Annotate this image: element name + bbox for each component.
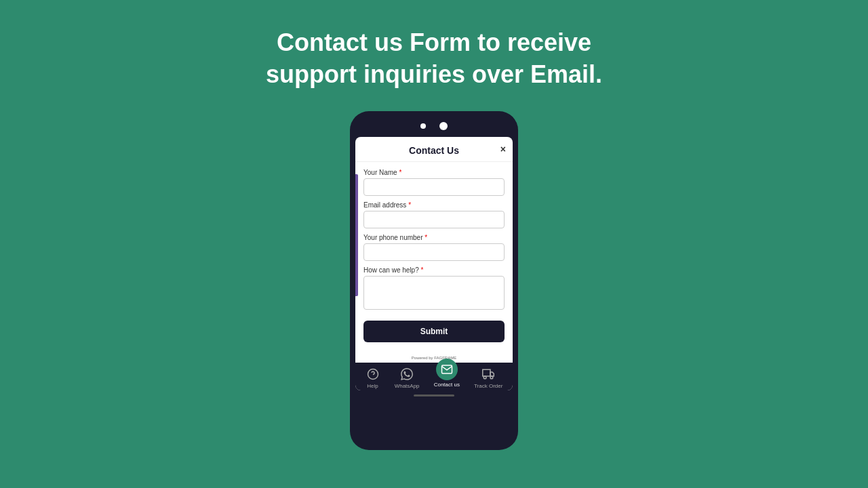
svg-rect-2	[483, 369, 490, 376]
help-icon	[366, 367, 380, 382]
message-textarea[interactable]	[363, 276, 505, 310]
nav-whatsapp[interactable]: WhatsApp	[395, 367, 420, 389]
modal-header: Contact Us ×	[355, 137, 513, 162]
phone-mockup: Contact Us × Your Name * Email address *	[350, 111, 518, 450]
powered-by: Powered by FAGFRAME	[355, 354, 513, 363]
message-field-group: How can we help? *	[363, 266, 505, 312]
phone-label: Your phone number *	[363, 234, 505, 241]
phone-outer: Contact Us × Your Name * Email address *	[350, 111, 518, 450]
name-input[interactable]	[363, 178, 505, 196]
home-indicator	[414, 394, 454, 396]
svg-point-4	[490, 376, 493, 379]
headline-line1: Contact us Form to receive	[277, 28, 591, 56]
modal-body: Your Name * Email address * Your phone n…	[355, 162, 513, 354]
message-required: *	[421, 266, 424, 274]
close-button[interactable]: ×	[500, 144, 506, 155]
phone-camera	[439, 122, 448, 130]
phone-required: *	[425, 234, 427, 241]
bottom-nav: Help WhatsApp	[355, 363, 513, 390]
phone-dot-1	[420, 123, 426, 129]
nav-whatsapp-label: WhatsApp	[395, 383, 420, 389]
email-input[interactable]	[363, 211, 505, 228]
email-required: *	[408, 201, 411, 209]
nav-help-label: Help	[367, 383, 378, 389]
svg-point-3	[484, 376, 486, 379]
whatsapp-icon	[399, 367, 414, 382]
nav-track-label: Track Order	[474, 383, 502, 389]
submit-button[interactable]: Submit	[363, 321, 505, 342]
phone-input[interactable]	[363, 243, 505, 261]
headline-line2: support inquiries over Email.	[266, 60, 602, 88]
contact-icon	[436, 359, 458, 380]
phone-top-bar	[355, 122, 513, 130]
accent-bar	[355, 174, 358, 296]
modal-title: Contact Us	[409, 145, 459, 156]
name-label: Your Name *	[363, 169, 505, 176]
name-required: *	[399, 169, 401, 176]
track-icon	[481, 367, 496, 382]
nav-help[interactable]: Help	[366, 367, 380, 389]
name-field-group: Your Name *	[363, 169, 505, 196]
email-field-group: Email address *	[363, 201, 505, 228]
phone-field-group: Your phone number *	[363, 234, 505, 261]
nav-contact[interactable]: Contact us	[434, 368, 460, 388]
email-label: Email address *	[363, 201, 505, 209]
phone-screen: Contact Us × Your Name * Email address *	[355, 137, 513, 390]
nav-contact-label: Contact us	[434, 382, 460, 388]
nav-track[interactable]: Track Order	[474, 367, 502, 389]
message-label: How can we help? *	[363, 266, 505, 274]
headline: Contact us Form to receive support inqui…	[266, 27, 602, 91]
